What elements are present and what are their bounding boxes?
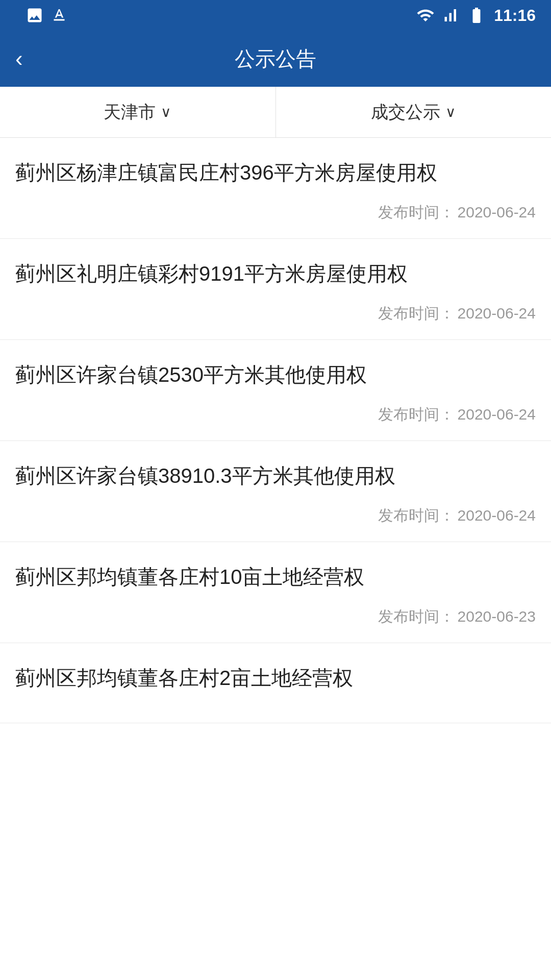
header: ‹ 公示公告 <box>0 31 551 87</box>
list-container: 蓟州区杨津庄镇富民庄村396平方米房屋使用权发布时间：2020-06-24蓟州区… <box>0 138 551 723</box>
list-item[interactable]: 蓟州区礼明庄镇彩村9191平方米房屋使用权发布时间：2020-06-24 <box>0 239 551 340</box>
type-filter[interactable]: 成交公示 ∨ <box>276 87 552 137</box>
date-label: 发布时间： <box>378 204 455 220</box>
list-item-title: 蓟州区许家台镇2530平方米其他使用权 <box>15 360 536 389</box>
list-item[interactable]: 蓟州区许家台镇38910.3平方米其他使用权发布时间：2020-06-24 <box>0 441 551 542</box>
date-label: 发布时间： <box>378 305 455 322</box>
list-item-title: 蓟州区杨津庄镇富民庄村396平方米房屋使用权 <box>15 158 536 187</box>
back-button[interactable]: ‹ <box>15 46 23 71</box>
date-value: 2020-06-24 <box>458 305 536 322</box>
region-filter-label: 天津市 <box>104 101 156 124</box>
list-item[interactable]: 蓟州区杨津庄镇富民庄村396平方米房屋使用权发布时间：2020-06-24 <box>0 138 551 239</box>
status-time: 11:16 <box>494 6 536 25</box>
date-label: 发布时间： <box>378 608 455 625</box>
date-value: 2020-06-24 <box>458 507 536 524</box>
list-item-title: 蓟州区礼明庄镇彩村9191平方米房屋使用权 <box>15 259 536 288</box>
photo-icon <box>26 6 44 24</box>
wifi-icon <box>416 6 435 24</box>
region-filter-arrow: ∨ <box>161 104 171 120</box>
battery-icon <box>465 6 488 24</box>
list-item-date: 发布时间：2020-06-24 <box>15 505 536 526</box>
date-value: 2020-06-23 <box>458 608 536 625</box>
list-item[interactable]: 蓟州区邦均镇董各庄村2亩土地经营权 <box>0 643 551 723</box>
signal-icon <box>441 6 459 24</box>
page-title: 公示公告 <box>235 45 316 73</box>
list-item-date: 发布时间：2020-06-24 <box>15 404 536 425</box>
list-item[interactable]: 蓟州区邦均镇董各庄村10亩土地经营权发布时间：2020-06-23 <box>0 542 551 643</box>
date-value: 2020-06-24 <box>458 406 536 423</box>
date-label: 发布时间： <box>378 406 455 423</box>
list-item-title: 蓟州区邦均镇董各庄村10亩土地经营权 <box>15 562 536 591</box>
type-filter-label: 成交公示 <box>371 101 440 124</box>
text-icon <box>50 6 68 24</box>
list-item-date: 发布时间：2020-06-23 <box>15 606 536 627</box>
list-item-title: 蓟州区邦均镇董各庄村2亩土地经营权 <box>15 664 536 692</box>
region-filter[interactable]: 天津市 ∨ <box>0 87 276 137</box>
status-bar: 11:16 <box>0 0 551 31</box>
list-item-date: 发布时间：2020-06-24 <box>15 202 536 223</box>
date-label: 发布时间： <box>378 507 455 524</box>
filter-bar: 天津市 ∨ 成交公示 ∨ <box>0 87 551 138</box>
list-item-date: 发布时间：2020-06-24 <box>15 303 536 324</box>
list-item[interactable]: 蓟州区许家台镇2530平方米其他使用权发布时间：2020-06-24 <box>0 340 551 441</box>
list-item-title: 蓟州区许家台镇38910.3平方米其他使用权 <box>15 461 536 490</box>
type-filter-arrow: ∨ <box>445 104 456 120</box>
date-value: 2020-06-24 <box>458 204 536 220</box>
